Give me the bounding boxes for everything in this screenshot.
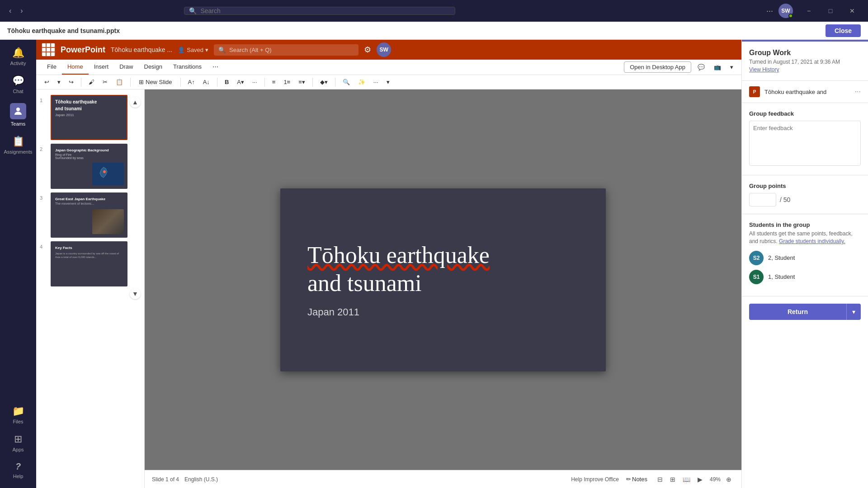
font-color-button[interactable]: A▾ [234,77,247,87]
avatar: SW [778,4,793,18]
slideshow-button[interactable]: ▶ [695,474,705,484]
scroll-up-button[interactable]: ▲ [130,97,141,108]
more-tools-button[interactable]: ··· [371,77,381,87]
undo-dropdown-button[interactable]: ▾ [55,77,63,87]
undo-button[interactable]: ↩ [42,77,52,87]
slide-number-1: 1 [40,95,47,103]
notes-button[interactable]: ✏ Notes [623,474,650,484]
paste-button[interactable]: 📋 [113,77,126,87]
students-description: All students get the same points, feedba… [749,230,861,245]
window-close-button[interactable]: ✕ [842,4,863,18]
divider-3 [180,78,181,87]
feedback-input[interactable] [749,121,861,166]
points-row: / 50 [749,193,861,206]
status-dot [788,14,793,18]
sidebar-item-help[interactable]: ? Help [2,458,34,483]
sidebar-item-teams[interactable]: Teams [2,99,34,130]
slide-number-4: 4 [40,241,47,249]
ribbon-search-input[interactable] [229,47,354,53]
slide-title: Tōhoku earthquakeand tsunami [307,241,579,298]
collab-icon: 👤 [178,47,185,53]
align-button[interactable]: ≡▾ [296,77,308,87]
teams-icon [10,103,26,119]
cut-button[interactable]: ✂ [100,77,110,87]
zoom-fit-button[interactable]: ⊕ [723,474,734,484]
copy-format-button[interactable]: 🖌 [86,77,97,87]
menu-file[interactable]: File [42,60,62,75]
assignments-icon: 📋 [12,136,24,147]
top-search-bar[interactable]: 🔍 [184,7,455,15]
content-area: PowerPoint Tōhoku earthquake ... 👤 Saved… [36,40,868,488]
forward-button[interactable]: › [17,5,26,17]
file-more-button[interactable]: ··· [855,88,861,96]
sidebar-label-apps: Apps [12,447,24,452]
settings-icon[interactable]: ⚙ [364,45,371,55]
slide-sorter-button[interactable]: ⊞ [667,474,678,484]
bullets-button[interactable]: ≡ [269,77,278,87]
apps-grid-button[interactable] [42,43,55,56]
pptx-filename: Tōhoku earthquake and tsunami.pptx [7,27,120,34]
expand-ribbon-button[interactable]: ▾ [727,62,736,72]
open-desktop-button[interactable]: Open in Desktop App [624,61,691,73]
shape-fill-button[interactable]: ◆▾ [317,77,330,87]
expand-toolbar-button[interactable]: ▾ [384,77,392,87]
menu-draw[interactable]: Draw [114,60,138,75]
scroll-down-button[interactable]: ▼ [130,288,141,299]
zoom-control: 49% ⊕ [710,474,734,484]
more-format-button[interactable]: ··· [250,77,260,87]
ideas-button[interactable]: ✨ [355,77,368,87]
toolbar-row: ↩ ▾ ↪ 🖌 ✂ 📋 ⊞ New Slide A↑ A↓ B A▾ ··· [36,75,741,89]
redo-button[interactable]: ↪ [66,77,76,87]
slide-thumbnails: ▲ 1 Tōhoku earthquake and tsunami Japan … [36,89,145,488]
grade-individual-link[interactable]: Grade students individually. [779,238,845,244]
new-slide-button[interactable]: ⊞ New Slide [135,77,176,87]
ribbon-search-bar[interactable]: 🔍 [214,44,359,56]
slide-number-2: 2 [40,144,47,152]
files-icon: 📁 [12,405,24,417]
points-input[interactable] [749,193,776,206]
close-button[interactable]: Close [826,24,861,37]
reading-view-button[interactable]: 📖 [680,474,693,484]
numbering-button[interactable]: 1≡ [281,77,293,87]
ribbon-top: PowerPoint Tōhoku earthquake ... 👤 Saved… [36,40,741,60]
student-item-1: S1 1, Student [749,270,861,284]
teams-title-bar: Tōhoku earthquake and tsunami.pptx Close [0,22,868,40]
menu-home[interactable]: Home [62,60,89,75]
maximize-button[interactable]: □ [820,4,841,18]
minimize-button[interactable]: − [798,4,819,18]
points-max: / 50 [780,196,790,203]
font-size-decrease-button[interactable]: A↓ [200,77,212,87]
slide-thumb-3[interactable]: 3 Great East Japan Earthquake The moveme… [36,191,144,239]
slide-thumb-1[interactable]: 1 Tōhoku earthquake and tsunami Japan 20… [36,93,144,142]
slide-thumbnail-4: Key Facts Japan is a country surrounded … [51,241,127,286]
sidebar-item-activity[interactable]: 🔔 Activity [2,43,34,70]
more-options-button[interactable]: ··· [766,6,773,16]
sidebar-item-apps[interactable]: ⊞ Apps [2,430,34,456]
menu-more[interactable]: ⋯ [207,60,224,75]
view-history-link[interactable]: View History [749,66,779,73]
svg-point-2 [103,170,106,173]
top-search-input[interactable] [200,7,450,14]
slide-bottom-bar: Slide 1 of 4 English (U.S.) Help Improve… [145,470,741,488]
slide-thumb-4[interactable]: 4 Key Facts Japan is a country surrounde… [36,239,144,288]
bold-button[interactable]: B [222,77,231,87]
sidebar-item-chat[interactable]: 💬 Chat [2,71,34,98]
comment-button[interactable]: 💬 [695,62,708,72]
student-item-2: S2 2, Student [749,251,861,265]
menu-design[interactable]: Design [139,60,168,75]
menu-insert[interactable]: Insert [89,60,114,75]
return-button[interactable]: Return [749,304,846,320]
menu-transitions[interactable]: Transitions [168,60,207,75]
return-dropdown-button[interactable]: ▾ [846,304,861,320]
sidebar-item-assignments[interactable]: 📋 Assignments [2,132,34,158]
find-button[interactable]: 🔍 [340,77,353,87]
normal-view-button[interactable]: ⊟ [655,474,665,484]
font-size-increase-button[interactable]: A↑ [185,77,198,87]
present-button[interactable]: 📺 [711,62,724,72]
slide-thumb-2[interactable]: 2 Japan Geographic Background Ring of Fi… [36,142,144,191]
back-button[interactable]: ‹ [5,5,15,17]
sidebar-item-files[interactable]: 📁 Files [2,402,34,428]
powerpoint-brand: PowerPoint [61,45,105,55]
svg-rect-1 [94,165,122,183]
top-bar: ‹ › 🔍 ··· SW − □ ✕ [0,0,868,22]
